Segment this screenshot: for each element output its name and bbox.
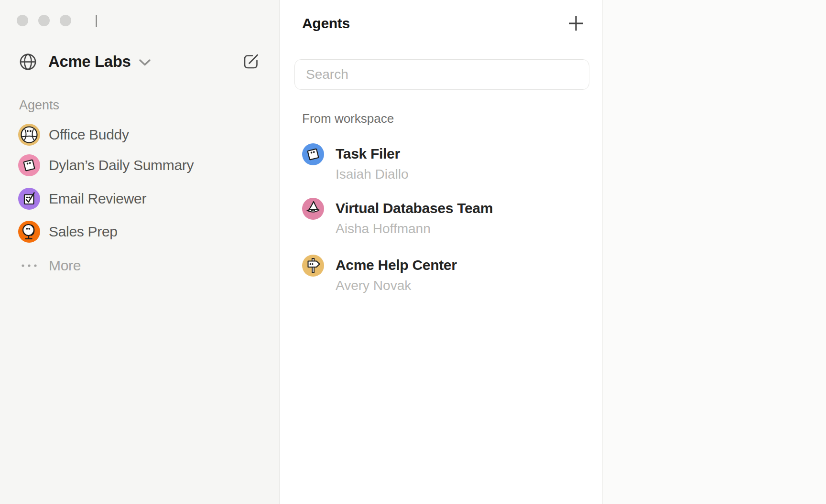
agents-panel: Agents From workspace Task Filer Isaiah … [280, 0, 602, 504]
workspace-name: Acme Labs [48, 53, 130, 71]
sidebar-section-label: Agents [19, 98, 59, 113]
sidebar-toggle-button[interactable] [89, 12, 109, 30]
signpost-face-icon [302, 255, 324, 277]
add-agent-button[interactable] [567, 14, 585, 32]
desk-globe-face-icon [18, 221, 40, 243]
compose-icon [242, 53, 260, 70]
ball-face-icon [18, 124, 40, 146]
sidebar-item-label: Office Buddy [49, 127, 129, 143]
note-face-icon [18, 154, 40, 176]
agent-name: Virtual Databases Team [336, 200, 493, 217]
sidebar-item-label: More [49, 257, 81, 274]
agent-owner: Aisha Hoffmann [336, 221, 493, 237]
content-area [602, 0, 826, 504]
hat-face-icon [302, 198, 324, 220]
globe-icon [20, 54, 36, 70]
sidebar-item-dylans-daily-summary[interactable]: Dylan’s Daily Summary [18, 154, 194, 176]
agent-row-task-filer[interactable]: Task Filer Isaiah Diallo [302, 143, 409, 182]
sidebar-item-label: Email Reviewer [49, 191, 146, 207]
agent-owner: Avery Novak [336, 278, 457, 294]
workspace-switcher[interactable]: Acme Labs [20, 53, 151, 71]
search-input[interactable] [294, 59, 589, 90]
agent-name: Acme Help Center [336, 257, 457, 274]
sidebar-toggle-icon [90, 14, 108, 28]
sidebar-item-more[interactable]: More [18, 255, 81, 277]
panel-title: Agents [302, 15, 350, 32]
panel-section-label: From workspace [302, 111, 394, 126]
sidebar-item-office-buddy[interactable]: Office Buddy [18, 124, 129, 146]
check-square-face-icon [18, 188, 40, 210]
zoom-button[interactable] [60, 15, 71, 26]
ellipsis-icon [18, 255, 40, 277]
sidebar-item-label: Dylan’s Daily Summary [49, 157, 194, 173]
agent-row-virtual-databases-team[interactable]: Virtual Databases Team Aisha Hoffmann [302, 198, 493, 237]
close-button[interactable] [17, 15, 28, 26]
minimize-button[interactable] [38, 15, 50, 26]
sidebar-item-label: Sales Prep [49, 224, 118, 240]
plus-icon [568, 15, 584, 32]
new-chat-button[interactable] [242, 53, 260, 71]
sidebar-item-sales-prep[interactable]: Sales Prep [18, 221, 118, 243]
agent-row-acme-help-center[interactable]: Acme Help Center Avery Novak [302, 255, 457, 294]
sidebar-item-email-reviewer[interactable]: Email Reviewer [18, 188, 146, 210]
chevron-down-icon [139, 59, 151, 66]
agent-name: Task Filer [336, 145, 409, 162]
sidebar: Acme Labs Agents Office Buddy [0, 0, 280, 504]
note-face-icon [302, 143, 324, 165]
window-controls [17, 15, 71, 26]
agent-owner: Isaiah Diallo [336, 166, 409, 182]
